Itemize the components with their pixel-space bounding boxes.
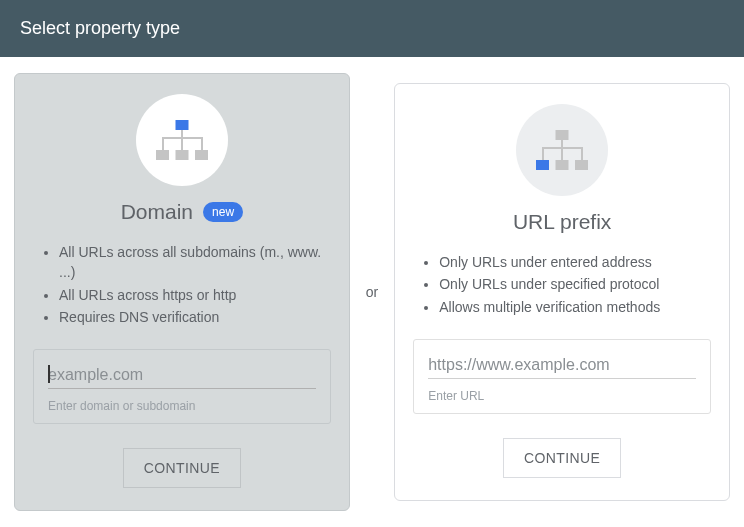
url-prefix-property-card[interactable]: URL prefix Only URLs under entered addre… bbox=[394, 83, 730, 501]
url-input[interactable] bbox=[428, 354, 696, 379]
sitemap-icon bbox=[156, 120, 208, 160]
url-input-container: Enter URL bbox=[413, 339, 711, 414]
domain-feature-list: All URLs across all subdomains (m., www.… bbox=[33, 242, 331, 329]
list-item: Requires DNS verification bbox=[59, 307, 331, 327]
url-helper-text: Enter URL bbox=[428, 389, 696, 403]
url-feature-list: Only URLs under entered address Only URL… bbox=[413, 252, 711, 319]
domain-card-title: Domain bbox=[121, 200, 193, 224]
list-item: Allows multiple verification methods bbox=[439, 297, 711, 317]
text-cursor bbox=[48, 365, 50, 383]
new-badge: new bbox=[203, 202, 243, 222]
domain-title-row: Domain new bbox=[121, 200, 243, 224]
property-type-options: Domain new All URLs across all subdomain… bbox=[0, 57, 744, 527]
domain-input[interactable] bbox=[48, 364, 316, 389]
list-item: Only URLs under specified protocol bbox=[439, 274, 711, 294]
url-card-title: URL prefix bbox=[513, 210, 611, 234]
domain-continue-button[interactable]: CONTINUE bbox=[123, 448, 241, 488]
dialog-title: Select property type bbox=[20, 18, 180, 38]
or-divider: or bbox=[364, 284, 380, 300]
dialog-header: Select property type bbox=[0, 0, 744, 57]
sitemap-icon bbox=[536, 130, 588, 170]
domain-property-card[interactable]: Domain new All URLs across all subdomain… bbox=[14, 73, 350, 511]
url-icon-circle bbox=[516, 104, 608, 196]
list-item: All URLs across https or http bbox=[59, 285, 331, 305]
list-item: All URLs across all subdomains (m., www.… bbox=[59, 242, 331, 283]
domain-input-container: Enter domain or subdomain bbox=[33, 349, 331, 424]
list-item: Only URLs under entered address bbox=[439, 252, 711, 272]
url-title-row: URL prefix bbox=[513, 210, 611, 234]
domain-helper-text: Enter domain or subdomain bbox=[48, 399, 316, 413]
url-continue-button[interactable]: CONTINUE bbox=[503, 438, 621, 478]
domain-icon-circle bbox=[136, 94, 228, 186]
